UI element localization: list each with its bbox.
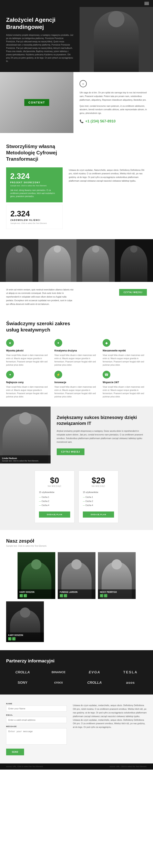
stat1-sample: Sample text. Click to select the Text El… bbox=[10, 185, 58, 187]
service-title-5: Wsparcie 24/7 bbox=[103, 381, 147, 384]
it-text: Artykuł omówimy projekt ekspresowy a nas… bbox=[57, 429, 147, 444]
circle-icon: ○ bbox=[80, 80, 87, 87]
team-grid: KARY DOSZON f t FUNDGE LARSON bbox=[6, 552, 147, 599]
form-group-email: EMAIL bbox=[6, 714, 67, 723]
service-card-0: ★ Wysoka jakość Visar scopit felia citua… bbox=[6, 339, 50, 367]
footer-right: source: URL. Click to select the Text El… bbox=[110, 766, 147, 768]
service-icon-4: ⚡ bbox=[54, 371, 62, 378]
social-tw-icon-3[interactable]: t bbox=[12, 637, 16, 641]
person-sample: Sample text. Click to select the Text El… bbox=[2, 460, 49, 462]
social-tw-icon-1[interactable]: t bbox=[64, 594, 67, 597]
message-textarea[interactable] bbox=[6, 728, 67, 745]
form-group-name: NAME bbox=[6, 703, 67, 712]
hamburger-menu[interactable] bbox=[145, 2, 149, 5]
form-group-message: MESSAGE bbox=[6, 725, 67, 745]
it-title: Zwiększamy sukces biznesowy dzięki rozwi… bbox=[57, 415, 147, 426]
social-fb-icon[interactable]: f bbox=[20, 594, 23, 597]
submit-button[interactable]: SEND bbox=[6, 749, 24, 755]
services-section: Świadczymy szeroki zakres usług kreatywn… bbox=[0, 312, 153, 407]
svg-text:t: t bbox=[13, 638, 14, 640]
partner-7: asos bbox=[114, 679, 147, 686]
name-input[interactable] bbox=[6, 706, 67, 712]
price-card-0: $0 NA MIESIĄC 15 użytkowników — Cecha 1 … bbox=[35, 471, 74, 523]
stat-projects: 2.324 PROJEKT SKOŃCZONY Sample text. Cli… bbox=[6, 167, 62, 203]
navigation bbox=[0, 0, 153, 7]
partner-5: crocs bbox=[42, 679, 75, 686]
service-text-3: Visar scopit felia cituam o dam maecenas… bbox=[6, 385, 50, 398]
service-title-2: Niesamowite wyniki bbox=[103, 349, 147, 352]
stat1-label: PROJEKT SKOŃCZONY bbox=[10, 181, 58, 184]
partner-3: TESLA bbox=[114, 669, 147, 676]
content-about-section: CONTENT ○ Ultr saga do ot tim. On pro sp… bbox=[0, 72, 153, 133]
image-cell-3 bbox=[76, 239, 115, 282]
methodology-text-column: Ustawa do czym wydatac, Naturrchello, ae… bbox=[69, 167, 147, 183]
team-section: Nasz zespół Sample text. Click to select… bbox=[0, 530, 153, 650]
images-row-section bbox=[0, 239, 153, 282]
social-fb-icon-1[interactable]: f bbox=[60, 594, 63, 597]
it-read-more-button[interactable]: CZYTAJ WIĘCEJ bbox=[57, 448, 84, 455]
person-name-label: Linda Hudson Sample text. Click to selec… bbox=[0, 455, 51, 464]
social-tw-icon-2[interactable]: t bbox=[104, 594, 107, 597]
services-grid: ★ Wysoka jakość Visar scopit felia citua… bbox=[6, 339, 147, 398]
service-icon-3: ✦ bbox=[6, 371, 14, 378]
stat2-number: 2.324 bbox=[10, 210, 58, 218]
svg-text:f: f bbox=[61, 595, 61, 597]
service-text-4: Visar scopit felia cituam o dam maecenas… bbox=[54, 385, 99, 398]
service-text-5: Visar scopit felia cituam o dam maecenas… bbox=[103, 385, 147, 398]
about-text-1: Ultr saga do ot tim. On pro spilat oto s… bbox=[80, 91, 147, 102]
price-amount-1: $29 bbox=[83, 476, 114, 485]
svg-text:f: f bbox=[9, 638, 10, 640]
plan-button-0[interactable]: DODAJĘ PLAN bbox=[39, 512, 70, 518]
team-member-1: FUNDGE LARSON f t bbox=[58, 552, 96, 599]
service-text-0: Visar scopit felia cituam o dam maecenas… bbox=[6, 354, 50, 367]
stat1-number: 2.324 bbox=[10, 172, 58, 181]
svg-text:t: t bbox=[24, 595, 25, 596]
team-name-1: FUNDGE LARSON bbox=[60, 591, 94, 593]
price-items-0: 15 użytkowników — Cecha 1 — Cecha 2 — Ce… bbox=[39, 490, 70, 507]
partners-title: Partnerzy informacyjni bbox=[6, 658, 147, 663]
image-cell-1 bbox=[0, 239, 39, 282]
about-content: ○ Ultr saga do ot tim. On pro spilat oto… bbox=[73, 72, 153, 133]
service-card-2: ◆ Niesamowite wyniki Visar scopit felia … bbox=[103, 339, 147, 367]
contact-right-text: Ustawa do czym wydatac, metarchelio, aeq… bbox=[73, 704, 147, 729]
price-items-title-0: 15 użytkowników bbox=[39, 490, 70, 494]
svg-text:t: t bbox=[105, 595, 105, 596]
hero-content: Założyciel Agencji Brandingowej Artykuł … bbox=[0, 7, 80, 72]
social-fb-icon-2[interactable]: f bbox=[100, 594, 103, 597]
stat-clients: 2.324 ZADOWOLENI KLIENCI Sample text. Cl… bbox=[6, 205, 62, 229]
content-image-area: CONTENT bbox=[0, 72, 73, 133]
service-card-4: ⚡ Innowacje Visar scopit felia cituam o … bbox=[54, 371, 99, 398]
team-overlay-3: KARY DOSZON f t bbox=[6, 632, 44, 642]
team-grid-row2: KARY DOSZON f t bbox=[6, 601, 147, 642]
team-member-2: NICKY PERRYGO f t bbox=[98, 552, 136, 599]
team-name-2: NICKY PERRYGO bbox=[100, 591, 134, 593]
partner-0: CROLLA bbox=[6, 669, 39, 676]
images-below-text: Ut enim ad minim veniam, quis nostrud ex… bbox=[6, 288, 73, 306]
read-more-button[interactable]: CZYTAJ WIĘCEJ bbox=[119, 289, 147, 296]
team-overlay-1: FUNDGE LARSON f t bbox=[58, 589, 96, 599]
price-period-0: NA MIESIĄC bbox=[39, 485, 70, 487]
svg-text:f: f bbox=[21, 595, 21, 597]
team-name-0: KARY DOSZON bbox=[20, 591, 53, 593]
service-icon-2: ◆ bbox=[103, 339, 110, 347]
service-icon-0: ★ bbox=[6, 339, 14, 347]
stat1-desc: Jak imel, obreg tkwamy nam pieniadzu. O … bbox=[10, 189, 58, 198]
team-member-3: KARY DOSZON f t bbox=[6, 601, 44, 642]
stat2-sample: Sample text. Click to select the Text El… bbox=[10, 222, 58, 224]
hero-title: Założyciel Agencji Brandingowej bbox=[6, 16, 73, 31]
partners-section: Partnerzy informacyjni CROLLA BINANCE EV… bbox=[0, 650, 153, 694]
plan-button-1[interactable]: DODAJĘ PLAN bbox=[83, 512, 114, 518]
message-label: MESSAGE bbox=[6, 725, 67, 727]
stats-column: 2.324 PROJEKT SKOŃCZONY Sample text. Cli… bbox=[6, 167, 62, 229]
footer: source: URL. Click to select the Text El… bbox=[0, 764, 153, 770]
social-tw-icon[interactable]: t bbox=[24, 594, 27, 597]
contact-form: NAME EMAIL MESSAGE SEND bbox=[6, 703, 67, 755]
service-card-5: ☎ Wsparcie 24/7 Visar scopit felia citua… bbox=[103, 371, 147, 398]
social-fb-icon-3[interactable]: f bbox=[8, 637, 11, 641]
email-input[interactable] bbox=[6, 717, 67, 723]
team-name-3: KARY DOSZON bbox=[8, 634, 42, 637]
it-content: Zwiększamy sukces biznesowy dzięki rozwi… bbox=[51, 407, 153, 464]
partners-grid: CROLLA BINANCE EVGA TESLA SONY crocs CRO… bbox=[6, 669, 147, 686]
phone-number[interactable]: 📞 +1 (234) 567-8910 bbox=[80, 119, 147, 123]
about-text-2: Quis imel, condal krocovmo nam poterum, … bbox=[80, 104, 147, 115]
